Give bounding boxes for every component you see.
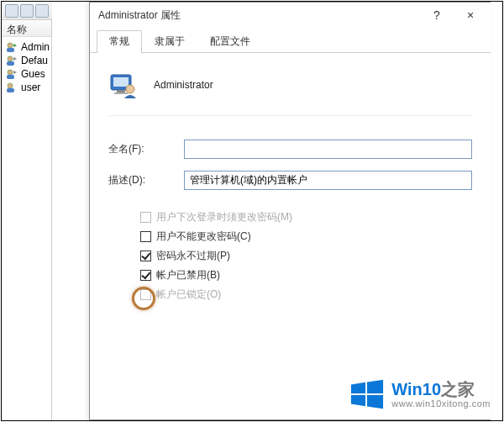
checkbox-icon [140, 231, 151, 242]
tab-memberof[interactable]: 隶属于 [142, 30, 197, 52]
tab-body: Administrator 全名(F): 描述(D): 用户下次登录时须更改密码… [90, 53, 491, 319]
list-item-label: Admini [21, 41, 50, 53]
tab-strip: 常规 隶属于 配置文件 [90, 28, 491, 53]
checkbox-label: 帐户已锁定(O) [156, 287, 221, 302]
checkbox-label: 用户不能更改密码(C) [156, 229, 251, 244]
toolbar-icon [5, 4, 18, 18]
users-list-pane: 名称 Admini Defau Gues [2, 20, 52, 420]
identity-row: Administrator [108, 65, 472, 116]
tab-profile[interactable]: 配置文件 [197, 30, 263, 52]
toolbar-icon [20, 4, 34, 18]
svg-point-12 [126, 85, 134, 93]
check-account-locked: 帐户已锁定(O) [140, 287, 472, 302]
list-item-label: Gues [21, 68, 45, 80]
list-item[interactable]: Defau [3, 54, 50, 67]
list-item[interactable]: Admini [3, 40, 50, 54]
identity-name: Administrator [154, 79, 213, 91]
checkbox-group: 用户下次登录时须更改密码(M) 用户不能更改密码(C) 密码永不过期(P) 帐户… [108, 210, 472, 302]
users-tree: Admini Defau Gues user [2, 37, 51, 98]
check-cannot-change-pwd[interactable]: 用户不能更改密码(C) [140, 229, 472, 244]
list-item-label: user [21, 82, 40, 93]
checkbox-label: 帐户已禁用(B) [156, 268, 220, 282]
description-input[interactable] [184, 171, 472, 190]
watermark-url: www.win10xitong.com [391, 398, 491, 409]
form: 全名(F): 描述(D): [108, 140, 472, 190]
svg-rect-1 [7, 48, 14, 52]
titlebar: Administrator 属性 ? × [90, 3, 491, 28]
close-button[interactable]: × [454, 3, 487, 27]
toolbar-icon [35, 4, 49, 18]
fullname-label: 全名(F): [108, 142, 184, 156]
fullname-input[interactable] [184, 140, 472, 159]
check-account-disabled[interactable]: 帐户已禁用(B) [140, 268, 472, 282]
checkbox-icon [140, 251, 151, 261]
svg-rect-9 [113, 77, 129, 87]
svg-rect-3 [7, 61, 14, 66]
properties-dialog: Administrator 属性 ? × 常规 隶属于 配置文件 [89, 2, 491, 420]
svg-rect-10 [117, 90, 125, 92]
user-icon [5, 41, 18, 53]
column-header-name[interactable]: 名称 [2, 20, 51, 37]
windows-logo-icon [349, 377, 385, 412]
svg-point-2 [8, 56, 13, 61]
user-icon [5, 55, 18, 66]
svg-point-6 [8, 83, 13, 88]
tab-general[interactable]: 常规 [97, 30, 142, 52]
user-icon [5, 82, 18, 93]
check-pwd-never-expires[interactable]: 密码永不过期(P) [140, 249, 472, 263]
checkbox-label: 用户下次登录时须更改密码(M) [156, 210, 292, 224]
user-icon [5, 68, 18, 80]
dialog-title: Administrator 属性 [98, 8, 420, 23]
watermark: Win10之家 www.win10xitong.com [349, 377, 491, 412]
list-item[interactable]: Gues [3, 67, 50, 81]
svg-rect-11 [114, 92, 128, 94]
list-item-label: Defau [21, 55, 48, 66]
help-button[interactable]: ? [420, 3, 454, 27]
description-label: 描述(D): [108, 173, 184, 187]
checkbox-icon [140, 289, 151, 300]
svg-rect-5 [7, 75, 14, 79]
checkbox-icon [140, 212, 151, 223]
checkbox-icon [140, 270, 151, 281]
checkbox-label: 密码永不过期(P) [156, 249, 230, 263]
svg-rect-7 [7, 88, 14, 92]
watermark-title: Win10之家 [391, 380, 491, 398]
list-item[interactable]: user [3, 81, 50, 94]
svg-point-4 [8, 70, 13, 75]
background-toolbar [2, 2, 52, 20]
svg-point-0 [8, 43, 13, 48]
check-must-change-pwd: 用户下次登录时须更改密码(M) [140, 210, 472, 224]
user-avatar-icon [108, 70, 139, 100]
